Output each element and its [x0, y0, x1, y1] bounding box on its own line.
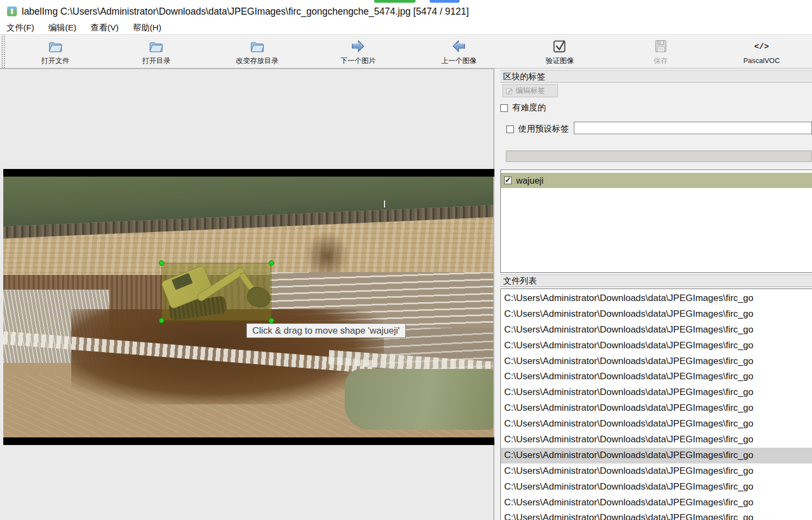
label-visibility-checkbox[interactable] — [504, 177, 512, 184]
verify-check-icon — [551, 37, 568, 55]
open-folder-icon — [47, 37, 64, 55]
file-list-item[interactable]: C:\Users\Administrator\Downloads\data\JP… — [501, 338, 812, 354]
file-list-item[interactable]: C:\Users\Administrator\Downloads\data\JP… — [501, 479, 812, 495]
canvas-tooltip: Click & drag to move shape 'wajueji' — [246, 323, 406, 338]
label-list-item[interactable]: wajueji — [501, 173, 812, 188]
title-bar: labelImg C:\Users\Administrator\Download… — [0, 0, 812, 22]
toolbar-button-label: 下一个图片 — [340, 56, 376, 66]
label-text: wajueji — [516, 176, 543, 186]
photo-survey-pole — [384, 201, 385, 208]
file-list-item[interactable]: C:\Users\Administrator\Downloads\data\JP… — [501, 385, 812, 400]
open-dir-button[interactable]: 打开目录 — [106, 35, 207, 68]
aerial-photo: Click & drag to move shape 'wajueji' — [3, 169, 494, 445]
file-list-item[interactable]: C:\Users\Administrator\Downloads\data\JP… — [501, 369, 812, 385]
default-label-input[interactable] — [574, 122, 812, 134]
toolbar: 打开文件打开目录改变存放目录下一个图片上一个图像验证图像保存</>PascalV… — [0, 34, 812, 68]
code-format-icon: </> — [753, 38, 770, 55]
file-list-item[interactable]: C:\Users\Administrator\Downloads\data\JP… — [501, 354, 812, 369]
edit-label-button: 编辑标签 — [503, 84, 558, 97]
open-file-button[interactable]: 打开文件 — [5, 35, 106, 68]
toolbar-drag-handle[interactable] — [1, 35, 5, 68]
file-list-item[interactable]: C:\Users\Administrator\Downloads\data\JP… — [501, 400, 812, 416]
annotation-bbox-wajueji[interactable] — [162, 263, 271, 321]
pencil-icon — [505, 87, 513, 95]
image-canvas[interactable]: Click & drag to move shape 'wajueji' — [0, 68, 495, 520]
file-list-item[interactable]: C:\Users\Administrator\Downloads\data\JP… — [501, 432, 812, 448]
save-button: 保存 — [610, 35, 711, 68]
toolbar-button-label: PascalVOC — [743, 57, 780, 65]
labelimg-window: labelImg C:\Users\Administrator\Download… — [0, 0, 812, 520]
bbox-handle-bottom-right[interactable] — [269, 318, 274, 323]
file-list-item[interactable]: C:\Users\Administrator\Downloads\data\JP… — [501, 416, 812, 432]
use-default-label-row: 使用预设标签 — [506, 123, 569, 135]
file-list[interactable]: C:\Users\Administrator\Downloads\data\JP… — [500, 289, 812, 520]
difficult-checkbox[interactable] — [500, 104, 508, 112]
file-list-item[interactable]: C:\Users\Administrator\Downloads\data\JP… — [501, 291, 812, 306]
next-image-button[interactable]: 下一个图片 — [308, 35, 409, 68]
bbox-handle-top-right[interactable] — [269, 260, 274, 266]
prev-arrow-icon — [450, 37, 468, 55]
menu-bar: 文件(F)编辑(E)查看(V)帮助(H) — [0, 22, 812, 34]
open-folder-icon — [147, 37, 165, 55]
bbox-handle-top-left[interactable] — [159, 260, 164, 266]
file-list-item[interactable]: C:\Users\Administrator\Downloads\data\JP… — [501, 495, 812, 511]
labelimg-app-icon — [7, 6, 17, 17]
use-default-label-checkbox[interactable] — [506, 126, 514, 133]
file-list-item[interactable]: C:\Users\Administrator\Downloads\data\JP… — [501, 306, 812, 322]
photo-letterbox-top — [3, 169, 494, 177]
box-labels-dock-title: 区块的标签 — [500, 70, 812, 83]
file-list-item[interactable]: C:\Users\Administrator\Downloads\data\JP… — [501, 463, 812, 479]
right-panel: 区块的标签 编辑标签 有难度的 使用预设标签 wajueji 文件列表 C:\U… — [495, 68, 812, 520]
menu-item[interactable]: 帮助(H) — [133, 22, 162, 34]
open-folder-icon — [249, 37, 266, 55]
toolbar-button-label: 验证图像 — [546, 56, 574, 66]
bbox-handle-bottom-left[interactable] — [159, 318, 164, 323]
format-pascalvoc-button[interactable]: </>PascalVOC — [711, 35, 812, 68]
prev-image-button[interactable]: 上一个图像 — [408, 35, 510, 68]
photo-water-channel — [345, 369, 494, 430]
file-list-item[interactable]: C:\Users\Administrator\Downloads\data\JP… — [501, 510, 812, 520]
file-list-item[interactable]: C:\Users\Administrator\Downloads\data\JP… — [501, 448, 812, 463]
label-combo-box[interactable] — [506, 151, 812, 162]
file-list-dock-title: 文件列表 — [500, 274, 812, 287]
toolbar-button-label: 打开目录 — [142, 56, 170, 66]
verify-image-button[interactable]: 验证图像 — [510, 35, 611, 68]
toolbar-button-label: 改变存放目录 — [236, 56, 278, 66]
use-default-label-text: 使用预设标签 — [518, 123, 569, 135]
next-arrow-icon — [349, 37, 367, 55]
panel-splitter[interactable] — [493, 68, 494, 520]
edit-label-button-text: 编辑标签 — [516, 86, 545, 96]
difficult-checkbox-row: 有难度的 — [500, 102, 546, 114]
change-save-dir-button[interactable]: 改变存放目录 — [207, 35, 308, 68]
file-list-item[interactable]: C:\Users\Administrator\Downloads\data\JP… — [501, 322, 812, 338]
menu-item[interactable]: 文件(F) — [7, 22, 34, 34]
box-label-list[interactable]: wajueji — [500, 170, 812, 273]
toolbar-button-label: 打开文件 — [41, 56, 70, 66]
difficult-checkbox-label: 有难度的 — [512, 102, 546, 114]
menu-item[interactable]: 查看(V) — [90, 22, 119, 34]
toolbar-button-label: 保存 — [654, 56, 668, 66]
toolbar-items: 打开文件打开目录改变存放目录下一个图片上一个图像验证图像保存</>PascalV… — [5, 35, 812, 68]
photo-letterbox-bottom — [3, 437, 494, 445]
toolbar-button-label: 上一个图像 — [441, 56, 476, 66]
menu-item[interactable]: 编辑(E) — [48, 22, 77, 34]
window-title: labelImg C:\Users\Administrator\Download… — [22, 0, 469, 23]
save-floppy-icon — [652, 37, 670, 55]
